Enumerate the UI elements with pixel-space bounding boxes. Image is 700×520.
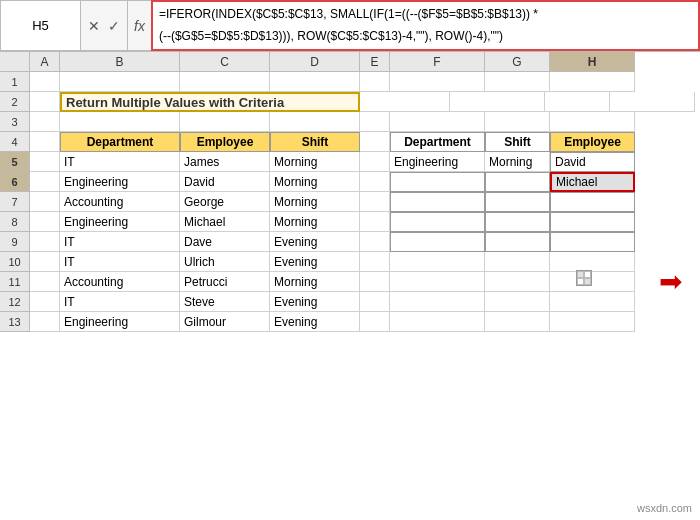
cell-e7[interactable] [360,192,390,212]
col-header-c[interactable]: C [180,52,270,72]
cell-b8[interactable]: Engineering [60,212,180,232]
cell-d13[interactable]: Evening [270,312,360,332]
cell-a13[interactable] [30,312,60,332]
cell-a2[interactable] [30,92,60,112]
cell-a12[interactable] [30,292,60,312]
cell-a5[interactable] [30,152,60,172]
col-header-h[interactable]: H [550,52,635,72]
cell-e12[interactable] [360,292,390,312]
cell-e4[interactable] [360,132,390,152]
cell-f9[interactable] [390,232,485,252]
cell-d9[interactable]: Evening [270,232,360,252]
cell-h3[interactable] [550,112,635,132]
cell-c11[interactable]: Petrucci [180,272,270,292]
cell-b9[interactable]: IT [60,232,180,252]
cell-e13[interactable] [360,312,390,332]
cell-d8[interactable]: Morning [270,212,360,232]
col-header-a[interactable]: A [30,52,60,72]
cell-f3[interactable] [390,112,485,132]
cell-c13[interactable]: Gilmour [180,312,270,332]
col-header-e[interactable]: E [360,52,390,72]
fill-handle-icon[interactable] [576,270,592,286]
cell-h6-active[interactable]: Michael [550,172,635,192]
cell-b5[interactable]: IT [60,152,180,172]
cell-g11[interactable] [485,272,550,292]
cell-h9[interactable] [550,232,635,252]
cell-e2[interactable] [360,92,450,112]
cell-f5[interactable]: Engineering [390,152,485,172]
cell-d7[interactable]: Morning [270,192,360,212]
cell-h11[interactable] [550,272,635,292]
cell-a3[interactable] [30,112,60,132]
cell-b1[interactable] [60,72,180,92]
cell-d10[interactable]: Evening [270,252,360,272]
cross-icon[interactable]: ✕ [85,17,103,35]
col-header-d[interactable]: D [270,52,360,72]
cell-c8[interactable]: Michael [180,212,270,232]
cell-g3[interactable] [485,112,550,132]
cell-c10[interactable]: Ulrich [180,252,270,272]
cell-h7[interactable] [550,192,635,212]
cell-h10[interactable] [550,252,635,272]
cell-c9[interactable]: Dave [180,232,270,252]
cell-d1[interactable] [270,72,360,92]
cell-f10[interactable] [390,252,485,272]
cell-c5[interactable]: James [180,152,270,172]
cell-d6[interactable]: Morning [270,172,360,192]
cell-b13[interactable]: Engineering [60,312,180,332]
cell-g8[interactable] [485,212,550,232]
cell-a6[interactable] [30,172,60,192]
cell-a9[interactable] [30,232,60,252]
cell-g2[interactable] [545,92,610,112]
cell-d3[interactable] [270,112,360,132]
cell-f11[interactable] [390,272,485,292]
cell-e1[interactable] [360,72,390,92]
cell-a8[interactable] [30,212,60,232]
cell-a4[interactable] [30,132,60,152]
col-header-b[interactable]: B [60,52,180,72]
cell-ref-box[interactable]: H5 [0,0,80,51]
cell-d5[interactable]: Morning [270,152,360,172]
cell-e11[interactable] [360,272,390,292]
cell-h1[interactable] [550,72,635,92]
cell-g1[interactable] [485,72,550,92]
cell-e8[interactable] [360,212,390,232]
cell-f13[interactable] [390,312,485,332]
cell-c12[interactable]: Steve [180,292,270,312]
cell-g10[interactable] [485,252,550,272]
cell-g6[interactable] [485,172,550,192]
cell-d11[interactable]: Morning [270,272,360,292]
cell-e5[interactable] [360,152,390,172]
cell-b12[interactable]: IT [60,292,180,312]
cell-c1[interactable] [180,72,270,92]
cell-e6[interactable] [360,172,390,192]
cell-c6[interactable]: David [180,172,270,192]
col-header-f[interactable]: F [390,52,485,72]
cell-g7[interactable] [485,192,550,212]
cell-g13[interactable] [485,312,550,332]
cell-c3[interactable] [180,112,270,132]
cell-a10[interactable] [30,252,60,272]
cell-f1[interactable] [390,72,485,92]
cell-b11[interactable]: Accounting [60,272,180,292]
cell-f6[interactable] [390,172,485,192]
cell-h5[interactable]: David [550,152,635,172]
cell-e9[interactable] [360,232,390,252]
cell-d12[interactable]: Evening [270,292,360,312]
formula-input[interactable]: =IFEROR(INDEX($C$5:$C$13, SMALL(IF(1=((-… [151,0,700,51]
cell-a7[interactable] [30,192,60,212]
cell-b10[interactable]: IT [60,252,180,272]
cell-f7[interactable] [390,192,485,212]
cell-h8[interactable] [550,212,635,232]
cell-a1[interactable] [30,72,60,92]
cell-b6[interactable]: Engineering [60,172,180,192]
cell-h13[interactable] [550,312,635,332]
cell-f8[interactable] [390,212,485,232]
cell-g9[interactable] [485,232,550,252]
cell-g12[interactable] [485,292,550,312]
col-header-g[interactable]: G [485,52,550,72]
cell-h2[interactable] [610,92,695,112]
cell-e3[interactable] [360,112,390,132]
cell-f2[interactable] [450,92,545,112]
cell-b7[interactable]: Accounting [60,192,180,212]
